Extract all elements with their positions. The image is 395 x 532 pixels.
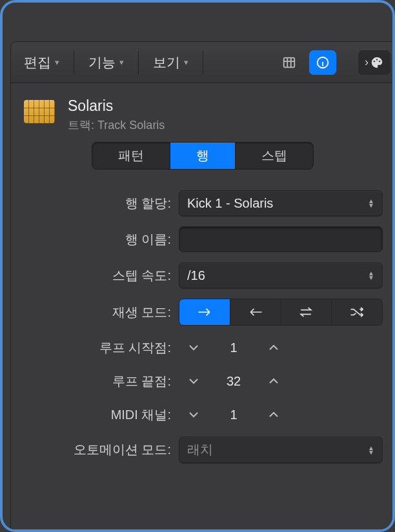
region-title: Solaris [68,97,165,115]
loop-start-value: 1 [208,340,259,355]
step-rate-value: /16 [187,268,205,283]
inspector-panel: 편집 ▾ 기능 ▾ 보기 ▾ › [10,41,395,532]
increment-button[interactable] [259,369,289,393]
header: Solaris 트랙: Track Solaris [11,83,394,139]
play-mode-backward[interactable] [230,299,281,325]
row-assignment-popup[interactable]: Kick 1 - Solaris ▲▼ [179,190,383,216]
menu-view-label: 보기 [153,54,180,72]
toolbar: 편집 ▾ 기능 ▾ 보기 ▾ › [11,42,394,83]
grid-icon [282,55,296,70]
automation-mode-popup[interactable]: 래치 ▲▼ [179,437,383,463]
arrows-swap-icon [298,306,314,318]
decrement-button[interactable] [179,336,208,359]
label-play-mode: 재생 모드: [11,304,179,321]
tab-row[interactable]: 행 [170,143,236,169]
chevron-up-icon [268,411,279,418]
label-row-assignment: 행 할당: [11,195,179,212]
increment-button[interactable] [259,403,289,426]
play-mode-segmented [179,299,383,326]
step-rate-popup[interactable]: /16 ▲▼ [179,262,383,288]
track-subtitle: 트랙: Track Solaris [68,117,165,133]
tab-pattern[interactable]: 패턴 [92,143,170,169]
menu-edit-label: 편집 [24,54,51,72]
row-assignment-value: Kick 1 - Solaris [187,196,273,211]
midi-channel-stepper[interactable]: 1 [179,403,289,426]
decrement-button[interactable] [179,369,208,393]
label-midi-channel: MIDI 채널: [11,406,179,424]
chevron-up-icon [268,344,279,351]
palette-button[interactable]: › [358,50,390,75]
label-loop-start: 루프 시작점: [11,339,179,357]
chevron-right-icon: › [365,55,369,69]
row-name-input[interactable] [179,226,383,252]
loop-end-stepper[interactable]: 32 [179,369,289,393]
arrow-right-icon [196,306,213,318]
chevron-down-icon: ▾ [55,57,59,67]
separator [203,51,203,74]
pattern-region-icon [24,100,55,123]
loop-start-stepper[interactable]: 1 [179,336,289,359]
automation-mode-value: 래치 [187,441,213,458]
loop-end-value: 32 [208,374,259,389]
menu-view[interactable]: 보기 ▾ [144,50,198,75]
midi-channel-value: 1 [208,408,259,422]
play-mode-forward[interactable] [179,299,230,325]
grid-button[interactable] [276,50,303,75]
inspector-button[interactable] [309,50,336,75]
chevron-down-icon: ▾ [184,57,188,67]
chevron-down-icon [188,378,199,384]
info-icon [316,55,330,70]
play-mode-pingpong[interactable] [281,299,332,325]
inspector-form: 행 할당: Kick 1 - Solaris ▲▼ 행 이름: 스텝 속도: /… [11,179,394,463]
chevron-down-icon: ▾ [119,57,124,67]
updown-icon: ▲▼ [368,199,374,208]
shuffle-icon [349,306,365,318]
scope-tabs: 패턴 행 스텝 [92,142,314,170]
chevron-down-icon [188,411,199,418]
separator [138,51,139,74]
menu-function[interactable]: 기능 ▾ [79,50,133,75]
tab-step[interactable]: 스텝 [236,143,313,169]
separator [74,51,74,74]
increment-button[interactable] [259,336,289,359]
svg-point-3 [376,59,378,60]
updown-icon: ▲▼ [368,271,374,280]
label-step-rate: 스텝 속도: [11,267,179,284]
decrement-button[interactable] [179,403,208,426]
label-loop-end: 루프 끝점: [11,373,179,390]
svg-point-2 [374,60,375,61]
label-automation-mode: 오토메이션 모드: [11,441,179,458]
play-mode-random[interactable] [332,299,382,325]
menu-edit[interactable]: 편집 ▾ [15,50,68,75]
palette-icon [370,55,384,70]
svg-rect-0 [284,57,295,67]
chevron-up-icon [268,378,279,384]
label-row-name: 행 이름: [11,231,179,248]
menu-function-label: 기능 [88,54,116,72]
svg-point-4 [379,60,380,61]
chevron-down-icon [188,344,199,351]
arrow-left-icon [247,306,264,318]
updown-icon: ▲▼ [368,446,374,455]
